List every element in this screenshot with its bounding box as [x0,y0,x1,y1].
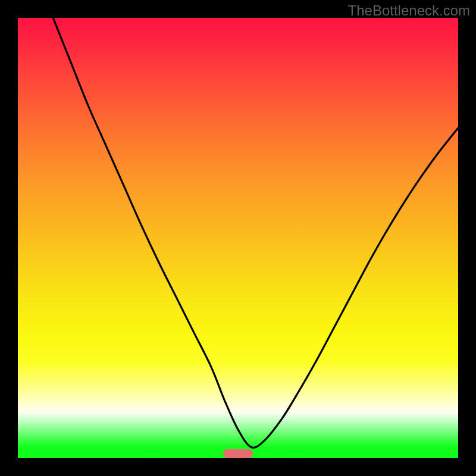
bottleneck-curve-path [53,18,458,447]
plot-area [18,18,458,458]
watermark-text: TheBottleneck.com [348,2,470,19]
curve-svg [18,18,458,458]
trough-marker [223,449,253,458]
chart-container: TheBottleneck.com [0,0,476,476]
